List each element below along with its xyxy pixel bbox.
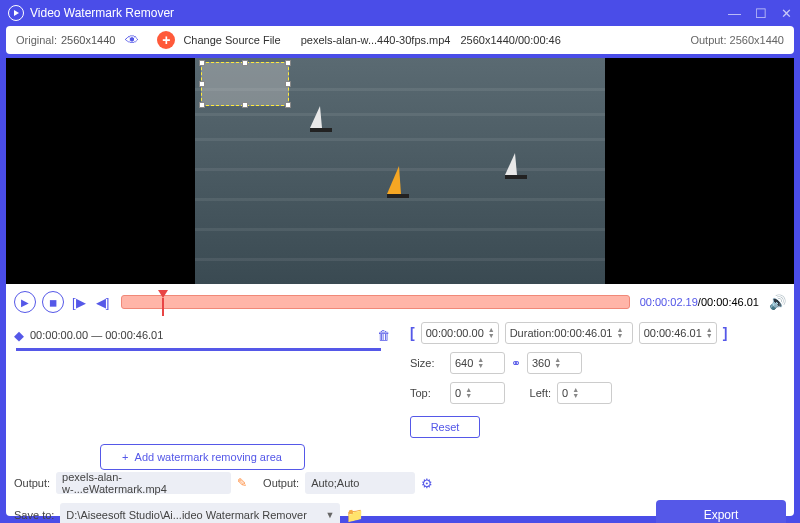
- link-dimensions-icon[interactable]: ⚭: [511, 356, 521, 370]
- segment-bar[interactable]: [16, 348, 381, 351]
- settings-icon[interactable]: ⚙: [421, 476, 433, 491]
- close-button[interactable]: ✕: [781, 6, 792, 21]
- output-label: Output: 2560x1440: [690, 34, 784, 46]
- open-folder-icon[interactable]: 📁: [346, 507, 363, 523]
- playhead-icon[interactable]: [158, 290, 168, 298]
- segment-row[interactable]: ◆ 00:00:00.00 — 00:00:46.01 🗑: [14, 322, 390, 348]
- minimize-button[interactable]: ―: [728, 6, 741, 21]
- mark-in-button[interactable]: [▶: [70, 295, 88, 310]
- plus-icon: +: [122, 451, 128, 463]
- trim-duration-input[interactable]: Duration:00:00:46.01▲▼: [505, 322, 633, 344]
- delete-segment-icon[interactable]: 🗑: [377, 328, 390, 343]
- volume-icon[interactable]: 🔊: [769, 294, 786, 310]
- controls-panel: ▶ ◼ [▶ ◀] 00:00:02.19/00:00:46.01 🔊 ◆ 00…: [6, 284, 794, 516]
- save-row: Save to: D:\Aiseesoft Studio\Ai...ideo W…: [14, 500, 786, 523]
- video-canvas[interactable]: [195, 58, 605, 284]
- window-controls: ― ☐ ✕: [728, 6, 792, 21]
- info-bar: Original: 2560x1440 👁 + Change Source Fi…: [6, 26, 794, 54]
- height-input[interactable]: 360▲▼: [527, 352, 582, 374]
- time-display: 00:00:02.19/00:00:46.01: [640, 296, 759, 308]
- bracket-left-icon[interactable]: [: [410, 325, 415, 341]
- timeline-slider[interactable]: [121, 295, 629, 309]
- app-logo-icon: [8, 5, 24, 21]
- chevron-down-icon: ▼: [325, 510, 334, 520]
- reset-button[interactable]: Reset: [410, 416, 480, 438]
- output-format-label: Output:: [263, 477, 299, 489]
- width-input[interactable]: 640▲▼: [450, 352, 505, 374]
- output-file-label: Output:: [14, 477, 50, 489]
- stop-button[interactable]: ◼: [42, 291, 64, 313]
- properties-panel: [ 00:00:00.00▲▼ Duration:00:00:46.01▲▼ 0…: [410, 322, 786, 470]
- eraser-icon: ◆: [14, 328, 24, 343]
- save-to-label: Save to:: [14, 509, 54, 521]
- left-input[interactable]: 0▲▼: [557, 382, 612, 404]
- original-resolution: 2560x1440: [61, 34, 115, 46]
- size-label: Size:: [410, 357, 444, 369]
- segments-panel: ◆ 00:00:00.00 — 00:00:46.01 🗑 + Add wate…: [14, 322, 390, 470]
- source-filename: pexels-alan-w...440-30fps.mp4: [301, 34, 451, 46]
- add-source-icon[interactable]: +: [157, 31, 175, 49]
- top-input[interactable]: 0▲▼: [450, 382, 505, 404]
- top-label: Top:: [410, 387, 444, 399]
- app-title: Video Watermark Remover: [30, 6, 174, 20]
- trim-end-input[interactable]: 00:00:46.01▲▼: [639, 322, 717, 344]
- trim-start-input[interactable]: 00:00:00.00▲▼: [421, 322, 499, 344]
- output-filename-field[interactable]: pexels-alan-w-...eWatermark.mp4: [56, 472, 231, 494]
- add-area-button[interactable]: + Add watermark removing area: [100, 444, 305, 470]
- titlebar: Video Watermark Remover ― ☐ ✕: [0, 0, 800, 26]
- change-source-button[interactable]: Change Source File: [183, 34, 280, 46]
- source-res-time: 2560x1440/00:00:46: [460, 34, 560, 46]
- save-path-dropdown[interactable]: D:\Aiseesoft Studio\Ai...ideo Watermark …: [60, 503, 340, 523]
- video-preview: [6, 58, 794, 284]
- maximize-button[interactable]: ☐: [755, 6, 767, 21]
- output-format-field[interactable]: Auto;Auto: [305, 472, 415, 494]
- mark-out-button[interactable]: ◀]: [94, 295, 112, 310]
- watermark-selection[interactable]: [201, 62, 289, 106]
- original-label: Original:: [16, 34, 57, 46]
- segment-range: 00:00:00.00 — 00:00:46.01: [30, 329, 163, 341]
- export-button[interactable]: Export: [656, 500, 786, 523]
- output-row: Output: pexels-alan-w-...eWatermark.mp4 …: [14, 472, 786, 494]
- preview-toggle-icon[interactable]: 👁: [125, 32, 139, 48]
- playback-row: ▶ ◼ [▶ ◀] 00:00:02.19/00:00:46.01 🔊: [14, 288, 786, 316]
- edit-filename-icon[interactable]: ✎: [237, 476, 247, 490]
- left-label: Left:: [521, 387, 551, 399]
- bracket-right-icon[interactable]: ]: [723, 325, 728, 341]
- play-button[interactable]: ▶: [14, 291, 36, 313]
